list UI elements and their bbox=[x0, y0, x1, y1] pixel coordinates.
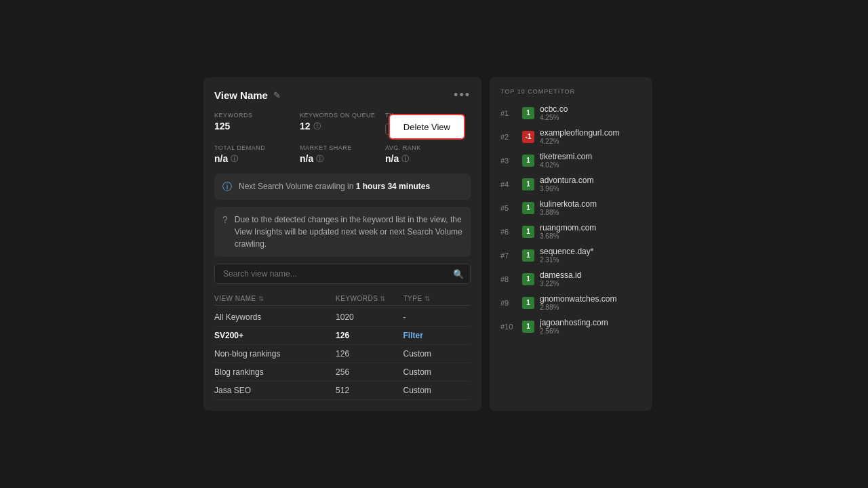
avg-rank-label: AVG. RANK bbox=[385, 144, 471, 151]
rank-badge: 1 bbox=[522, 273, 534, 285]
panel-title: View Name bbox=[214, 89, 268, 101]
queue-info-icon[interactable]: ⓘ bbox=[313, 121, 321, 131]
competitor-name: damessa.id bbox=[540, 270, 642, 280]
competitor-name: gnomonwatches.com bbox=[540, 294, 642, 304]
table-row[interactable]: Blog rankings 256 Custom bbox=[214, 363, 471, 382]
competitor-name: advontura.com bbox=[540, 176, 642, 185]
row-type: Filter bbox=[403, 331, 471, 340]
row-name: Jasa SEO bbox=[214, 386, 336, 395]
market-info-icon[interactable]: ⓘ bbox=[316, 154, 323, 164]
competitor-pct: 2.56% bbox=[540, 327, 642, 335]
competitors-title: TOP 10 COMPETITOR bbox=[500, 88, 642, 95]
crawl-info-text: Next Search Volume crawling in 1 hours 3… bbox=[239, 180, 430, 192]
competitor-item: #8 1 damessa.id 3.22% bbox=[500, 270, 642, 287]
rank-badge: 1 bbox=[522, 202, 534, 214]
rank-badge: 1 bbox=[522, 297, 534, 309]
rank-badge: 1 bbox=[522, 178, 534, 190]
search-icon: 🔍 bbox=[453, 269, 464, 279]
keywords-label: KEYWORDS bbox=[214, 112, 300, 119]
rank-badge: -1 bbox=[522, 131, 534, 143]
demand-info-icon[interactable]: ⓘ bbox=[231, 154, 238, 164]
table-row[interactable]: All Keywords 1020 - bbox=[214, 308, 471, 327]
rank-label: #9 bbox=[500, 299, 517, 307]
keywords-value: 125 bbox=[214, 121, 300, 131]
search-container: 🔍 bbox=[214, 264, 471, 284]
row-type: Custom bbox=[403, 367, 471, 377]
competitor-info: ocbc.co 4.25% bbox=[540, 104, 642, 121]
competitor-name: ocbc.co bbox=[540, 104, 642, 114]
sort-type-icon: ⇅ bbox=[425, 295, 431, 302]
competitor-name: ruangmom.com bbox=[540, 223, 642, 232]
table-row[interactable]: Non-blog rankings 126 Custom bbox=[214, 345, 471, 363]
competitor-pct: 3.96% bbox=[540, 185, 642, 192]
competitor-pct: 3.22% bbox=[540, 280, 642, 287]
rank-label: #1 bbox=[500, 109, 517, 117]
competitor-info: kulinerkota.com 3.88% bbox=[540, 199, 642, 216]
row-type: - bbox=[403, 312, 471, 322]
sort-view-name-icon: ⇅ bbox=[258, 295, 264, 302]
competitor-info: advontura.com 3.96% bbox=[540, 176, 642, 192]
row-keywords: 256 bbox=[336, 367, 403, 377]
keywords-stat: KEYWORDS 125 bbox=[214, 112, 300, 135]
table-row[interactable]: Jasa SEO 512 Custom bbox=[214, 382, 471, 400]
competitor-pct: 3.88% bbox=[540, 209, 642, 216]
competitor-item: #1 1 ocbc.co 4.25% bbox=[500, 104, 642, 121]
row-keywords: 512 bbox=[336, 386, 403, 395]
edit-icon[interactable]: ✎ bbox=[273, 90, 281, 100]
competitor-pct: 3.68% bbox=[540, 232, 642, 240]
row-type: Custom bbox=[403, 349, 471, 359]
rank-badge: 1 bbox=[522, 107, 534, 119]
sort-keywords-icon: ⇅ bbox=[380, 295, 386, 302]
competitor-info: tiketresmi.com 4.02% bbox=[540, 152, 642, 169]
total-demand-stat: TOTAL DEMAND n/a ⓘ bbox=[214, 144, 300, 164]
keywords-queue-stat: KEYWORDS ON QUEUE 12 ⓘ bbox=[300, 112, 385, 135]
row-name: All Keywords bbox=[214, 312, 336, 322]
market-share-stat: MARKET SHARE n/a ⓘ bbox=[300, 144, 385, 164]
competitor-item: #7 1 sequence.day* 2.31% bbox=[500, 247, 642, 264]
right-panel: TOP 10 COMPETITOR #1 1 ocbc.co 4.25% #2 … bbox=[490, 77, 652, 411]
table-row[interactable]: SV200+ 126 Filter bbox=[214, 327, 471, 345]
competitor-pct: 4.22% bbox=[540, 138, 642, 145]
col-keywords[interactable]: KEYWORDS ⇅ bbox=[336, 295, 403, 302]
competitor-item: #9 1 gnomonwatches.com 2.88% bbox=[500, 294, 642, 311]
rank-badge: 1 bbox=[522, 249, 534, 262]
competitor-name: sequence.day* bbox=[540, 247, 642, 256]
competitor-item: #2 -1 exampleoflongurl.com 4.22% bbox=[500, 128, 642, 145]
row-keywords: 126 bbox=[336, 349, 403, 359]
competitor-info: exampleoflongurl.com 4.22% bbox=[540, 128, 642, 145]
competitor-name: kulinerkota.com bbox=[540, 199, 642, 209]
left-panel: View Name ✎ ••• Delete View KEYWORDS 125… bbox=[203, 77, 481, 411]
total-demand-label: TOTAL DEMAND bbox=[214, 144, 300, 151]
col-view-name[interactable]: VIEW NAME ⇅ bbox=[214, 295, 336, 302]
table-body: All Keywords 1020 - SV200+ 126 Filter No… bbox=[214, 308, 471, 400]
rank-badge: 1 bbox=[522, 226, 534, 238]
competitor-pct: 2.88% bbox=[540, 304, 642, 311]
competitor-info: ruangmom.com 3.68% bbox=[540, 223, 642, 240]
market-share-value: n/a ⓘ bbox=[300, 153, 385, 164]
row-name: SV200+ bbox=[214, 331, 336, 340]
delete-view-popup: Delete View bbox=[389, 114, 465, 140]
keywords-queue-value: 12 ⓘ bbox=[300, 121, 385, 131]
competitor-name: tiketresmi.com bbox=[540, 152, 642, 161]
crawl-info-box: ⓘ Next Search Volume crawling in 1 hours… bbox=[214, 174, 471, 200]
col-type[interactable]: TYPE ⇅ bbox=[403, 295, 471, 302]
keywords-queue-label: KEYWORDS ON QUEUE bbox=[300, 112, 385, 119]
competitor-item: #6 1 ruangmom.com 3.68% bbox=[500, 223, 642, 240]
competitor-name: jagoanhosting.com bbox=[540, 318, 642, 327]
avg-rank-stat: AVG. RANK n/a ⓘ bbox=[385, 144, 471, 164]
competitor-info: damessa.id 3.22% bbox=[540, 270, 642, 287]
rank-label: #2 bbox=[500, 133, 517, 141]
rank-badge: 1 bbox=[522, 321, 534, 333]
changes-info-box: ? Due to the detected changes in the key… bbox=[214, 207, 471, 257]
avg-rank-value: n/a ⓘ bbox=[385, 153, 471, 164]
more-menu-button[interactable]: ••• bbox=[454, 88, 471, 102]
delete-view-label[interactable]: Delete View bbox=[403, 122, 450, 132]
row-keywords: 1020 bbox=[336, 312, 403, 322]
search-input[interactable] bbox=[214, 264, 471, 284]
competitor-item: #10 1 jagoanhosting.com 2.56% bbox=[500, 318, 642, 335]
rank-label: #3 bbox=[500, 157, 517, 165]
rank-info-icon[interactable]: ⓘ bbox=[401, 154, 409, 164]
total-demand-value: n/a ⓘ bbox=[214, 153, 300, 164]
views-table: VIEW NAME ⇅ KEYWORDS ⇅ TYPE ⇅ All Keywor… bbox=[214, 292, 471, 400]
competitor-pct: 2.31% bbox=[540, 256, 642, 264]
